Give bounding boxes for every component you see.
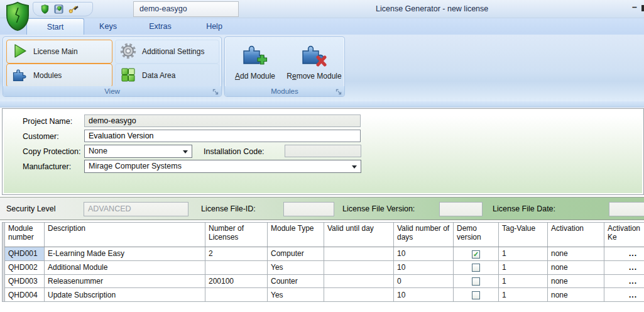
cell-licenses[interactable]: 2	[205, 247, 268, 261]
manufacturer-select[interactable]: Mirage Computer Systems	[84, 160, 361, 173]
license-file-date-label: License File Date:	[493, 204, 555, 213]
window-button-cutoff	[641, 5, 644, 11]
cell-module-type[interactable]: Counter	[268, 274, 324, 288]
cell-module-number[interactable]: QHD002	[5, 260, 45, 274]
activation-key-ellipsis-button[interactable]: ...	[608, 263, 641, 272]
cell-valid-days[interactable]: 10	[394, 288, 454, 302]
tab-start[interactable]: Start	[26, 18, 84, 35]
cell-licenses[interactable]	[205, 288, 268, 302]
ribbon-bottom-strip	[0, 101, 644, 108]
save-icon[interactable]	[54, 4, 64, 14]
cell-module-type[interactable]: Computer	[268, 247, 324, 261]
activation-key-ellipsis-button[interactable]: ...	[608, 277, 641, 286]
key-sign-icon[interactable]	[68, 4, 79, 14]
cell-activation-key: ...	[604, 247, 644, 261]
manufacturer-value: Mirage Computer Systems	[89, 162, 182, 170]
modules-label: Modules	[33, 71, 62, 80]
customer-field[interactable]: Evaluation Version	[84, 130, 361, 142]
cell-valid-days[interactable]: 10	[394, 260, 454, 274]
license-file-date-field	[609, 202, 644, 216]
cell-activation[interactable]: none	[548, 274, 604, 288]
table-row: QHD002 Additional Module Yes 10 1 none .…	[5, 260, 644, 274]
col-description: Description	[45, 223, 205, 247]
cell-licenses[interactable]: 200100	[205, 274, 268, 288]
data-area-label: Data Area	[142, 71, 175, 80]
security-level-field: ADVANCED	[84, 202, 188, 216]
cell-demo-version: ✓	[454, 247, 499, 261]
cell-activation[interactable]: none	[548, 247, 604, 261]
cell-licenses[interactable]	[205, 260, 268, 274]
license-file-version-field	[439, 202, 483, 216]
ribbon-group-view: License Main Additional Settings Modules	[3, 36, 222, 97]
activation-key-ellipsis-button[interactable]: ...	[608, 249, 641, 258]
cell-valid-until[interactable]	[324, 247, 394, 261]
license-file-id-label: License File-ID:	[201, 204, 256, 213]
cell-tag-value[interactable]: 1	[499, 247, 548, 261]
cell-description[interactable]: Releasenummer	[45, 274, 205, 288]
tab-keys[interactable]: Keys	[84, 18, 132, 35]
titlebar: demo-easygo License Generator - new lice…	[0, 0, 644, 18]
data-cubes-icon	[120, 67, 136, 85]
col-module-type: Module Type	[268, 223, 324, 247]
tab-help[interactable]: Help	[188, 18, 240, 35]
app-button-shield-icon[interactable]	[4, 1, 31, 31]
license-form-panel: Project Name: demo-easygo Customer: Eval…	[2, 108, 644, 195]
additional-settings-label: Additional Settings	[142, 47, 204, 56]
cell-valid-days[interactable]: 0	[394, 274, 454, 288]
document-name: demo-easygo	[133, 1, 239, 17]
cell-tag-value[interactable]: 1	[499, 288, 548, 302]
cell-valid-until[interactable]	[324, 274, 394, 288]
remove-module-label: Remove Module	[287, 72, 341, 81]
col-module-number: Module number	[5, 223, 45, 247]
cell-module-type[interactable]: Yes	[268, 288, 324, 302]
cell-module-number[interactable]: QHD004	[5, 288, 45, 302]
cell-tag-value[interactable]: 1	[499, 274, 548, 288]
additional-settings-button[interactable]: Additional Settings	[115, 40, 219, 64]
table-row: QHD001 E-Learning Made Easy 2 Computer 1…	[5, 247, 644, 261]
view-group-title: View	[104, 87, 120, 95]
quick-access-toolbar	[33, 2, 93, 16]
cell-demo-version	[454, 274, 499, 288]
minimize-button[interactable]: –	[630, 2, 640, 13]
cell-description[interactable]: Update Subscription	[45, 288, 205, 302]
col-activation-key: Activation Ke	[604, 223, 644, 247]
cell-valid-until[interactable]	[324, 260, 394, 274]
modules-group-footer: Modules	[225, 86, 344, 96]
cell-valid-days[interactable]: 10	[394, 247, 454, 261]
cell-module-type[interactable]: Yes	[268, 260, 324, 274]
copy-protection-label: Copy Protection:	[23, 147, 80, 156]
cell-module-number[interactable]: QHD003	[5, 274, 45, 288]
project-name-field: demo-easygo	[84, 114, 361, 127]
copy-protection-select[interactable]: None	[84, 145, 192, 158]
ribbon: License Main Additional Settings Modules	[0, 35, 644, 101]
add-module-button[interactable]: Add Module	[226, 38, 284, 87]
cell-tag-value[interactable]: 1	[499, 260, 548, 274]
remove-module-button[interactable]: Remove Module	[285, 38, 343, 87]
cell-module-number[interactable]: QHD001	[5, 247, 45, 261]
tab-extras[interactable]: Extras	[132, 18, 188, 35]
data-area-button[interactable]: Data Area	[115, 64, 219, 87]
cell-demo-version	[454, 288, 499, 302]
col-demo-version: Demo version	[454, 223, 499, 247]
cell-description[interactable]: Additional Module	[45, 260, 205, 274]
cell-valid-until[interactable]	[324, 288, 394, 302]
cell-activation[interactable]: none	[548, 260, 604, 274]
demo-version-checkbox[interactable]: ✓	[472, 250, 480, 259]
demo-version-checkbox[interactable]	[472, 277, 480, 286]
modules-dialog-launcher-icon[interactable]	[336, 88, 342, 95]
add-module-label: Add Module	[235, 72, 275, 81]
manufacturer-label: Manufacturer:	[23, 162, 71, 171]
cell-activation[interactable]: none	[548, 288, 604, 302]
window-title: License Generator - new license	[376, 4, 488, 13]
demo-version-checkbox[interactable]	[472, 264, 480, 272]
shield-icon[interactable]	[40, 4, 50, 14]
license-main-button[interactable]: License Main	[6, 40, 112, 64]
view-dialog-launcher-icon[interactable]	[212, 88, 219, 95]
customer-label: Customer:	[23, 132, 59, 141]
demo-version-checkbox[interactable]	[472, 291, 480, 299]
license-file-version-label: License File Version:	[342, 204, 415, 213]
activation-key-ellipsis-button[interactable]: ...	[608, 291, 641, 299]
cell-description[interactable]: E-Learning Made Easy	[45, 247, 205, 261]
modules-button[interactable]: Modules	[6, 64, 112, 87]
installation-code-label: Installation Code:	[204, 147, 265, 156]
